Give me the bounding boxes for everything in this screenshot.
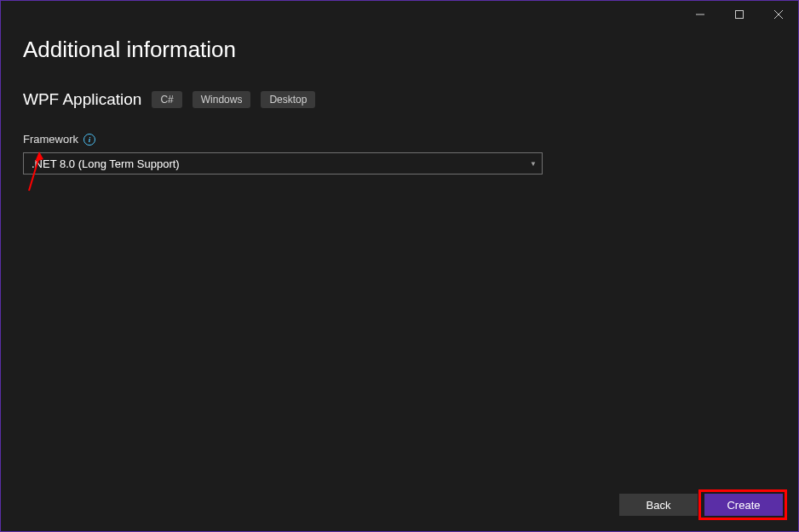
content-area: Additional information WPF Application C… <box>1 28 798 174</box>
framework-label: Framework <box>23 133 78 146</box>
info-icon[interactable]: i <box>83 134 95 146</box>
page-title: Additional information <box>23 37 776 63</box>
tag-windows: Windows <box>193 91 251 108</box>
tag-csharp: C# <box>152 91 181 108</box>
tag-desktop: Desktop <box>261 91 315 108</box>
svg-rect-1 <box>736 11 744 19</box>
window-controls <box>681 2 798 27</box>
maximize-button[interactable] <box>720 2 759 27</box>
titlebar <box>1 1 798 28</box>
project-row: WPF Application C# Windows Desktop <box>23 90 776 109</box>
project-name: WPF Application <box>23 90 141 109</box>
chevron-down-icon: ▼ <box>530 160 537 168</box>
close-button[interactable] <box>759 2 798 27</box>
button-bar: Back Create <box>619 494 783 516</box>
back-button[interactable]: Back <box>619 494 698 516</box>
framework-dropdown[interactable]: .NET 8.0 (Long Term Support) ▼ <box>23 152 543 174</box>
create-button[interactable]: Create <box>704 494 783 516</box>
minimize-button[interactable] <box>681 2 720 27</box>
framework-label-row: Framework i <box>23 133 776 146</box>
framework-selected-value: .NET 8.0 (Long Term Support) <box>32 157 180 170</box>
